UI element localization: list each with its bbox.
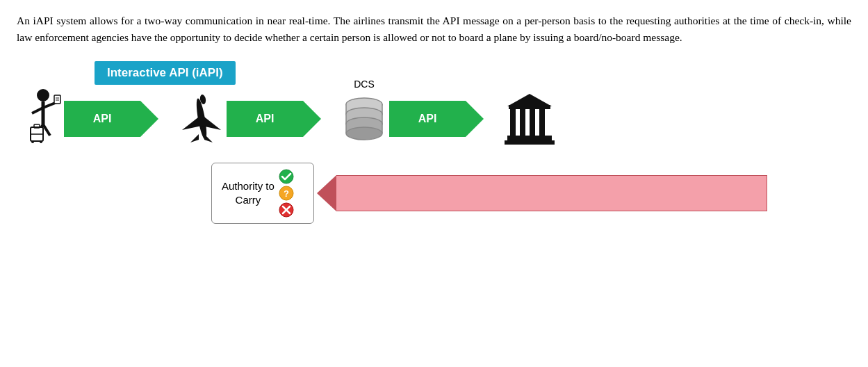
authority-box: Authority toCarry ?: [211, 163, 314, 224]
database-wrapper: DCS: [339, 91, 389, 147]
bottom-row: Authority toCarry ?: [211, 163, 851, 224]
dcs-label: DCS: [339, 79, 389, 90]
svg-rect-30: [509, 105, 550, 109]
api-arrow-2: API: [227, 101, 303, 137]
api-arrow-1: API: [64, 101, 140, 137]
svg-point-13: [40, 140, 42, 143]
svg-point-26: [346, 127, 382, 140]
pink-arrow-body: [336, 175, 767, 211]
svg-rect-36: [505, 140, 555, 145]
building-icon: [502, 90, 557, 149]
diagram-area: Interactive API (iAPI): [17, 61, 851, 224]
person-icon: [17, 88, 64, 150]
database-icon: [339, 91, 389, 147]
svg-point-12: [31, 140, 34, 143]
question-icon: ?: [279, 186, 294, 201]
api-arrow-3-label: API: [418, 113, 437, 125]
svg-rect-6: [54, 95, 60, 104]
cross-icon: [279, 202, 294, 218]
svg-line-4: [43, 124, 50, 136]
description-paragraph: An iAPI system allows for a two-way comm…: [17, 13, 851, 46]
svg-rect-33: [530, 109, 535, 136]
svg-marker-18: [204, 134, 213, 142]
svg-rect-34: [539, 109, 545, 136]
flow-row: API API: [17, 88, 851, 150]
svg-point-0: [37, 89, 49, 101]
check-icon: [279, 169, 294, 184]
api-arrow-2-label: API: [256, 113, 275, 125]
api-arrow-3: API: [389, 101, 466, 137]
iapi-label: Interactive API (iAPI): [95, 61, 236, 85]
plane-icon: [177, 91, 227, 147]
return-arrow: [317, 175, 767, 211]
svg-marker-29: [507, 94, 552, 106]
authority-icons: ?: [279, 169, 294, 218]
svg-marker-17: [190, 134, 199, 142]
authority-text: Authority toCarry: [222, 179, 275, 208]
api-arrow-1-label: API: [93, 113, 112, 125]
svg-rect-32: [520, 109, 525, 136]
pink-arrow-head: [317, 175, 336, 211]
svg-rect-31: [510, 109, 516, 136]
svg-text:?: ?: [284, 188, 289, 199]
svg-rect-10: [34, 124, 40, 128]
svg-rect-35: [507, 136, 552, 140]
